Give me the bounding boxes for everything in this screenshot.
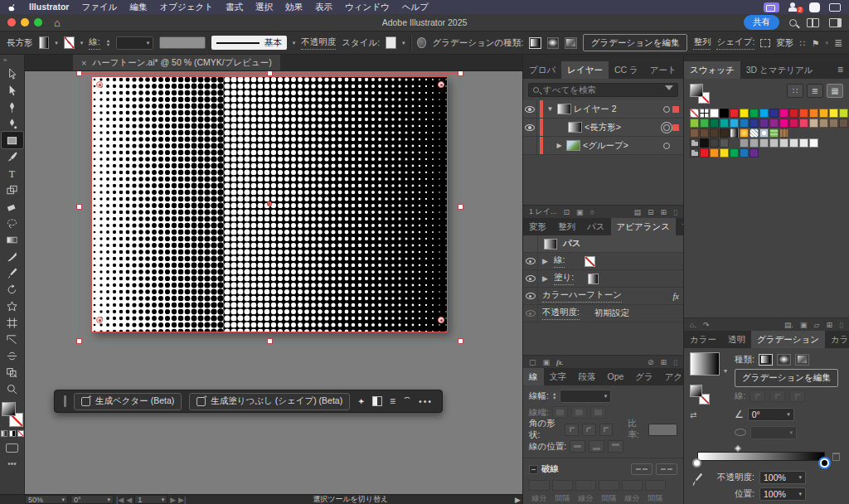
preserve-dash-button[interactable] <box>631 463 653 475</box>
libraries-icon[interactable]: ⌂. <box>690 321 696 329</box>
butt-cap-button[interactable] <box>552 406 568 419</box>
dash-input[interactable] <box>622 480 643 491</box>
stop-location-select[interactable]: 100%▾ <box>759 487 806 501</box>
graphic-style-swatch[interactable] <box>386 36 396 49</box>
swatch[interactable] <box>769 119 779 128</box>
selection-tool[interactable] <box>2 65 23 82</box>
artboard-tool[interactable] <box>2 314 23 331</box>
swatch[interactable] <box>789 119 798 128</box>
aspect-ratio-select[interactable]: ▾ <box>750 426 797 439</box>
round-join-button[interactable] <box>582 424 596 436</box>
tab-変形[interactable]: 変形 <box>523 218 552 235</box>
layers-search-input[interactable]: すべてを検索 <box>528 83 678 97</box>
lasso-tool[interactable] <box>2 215 23 231</box>
anchor-point[interactable] <box>96 81 103 88</box>
preview-globe-icon[interactable] <box>417 37 426 48</box>
minimize-window-button[interactable] <box>21 18 29 27</box>
close-window-button[interactable] <box>7 18 16 27</box>
swatch[interactable] <box>700 119 709 128</box>
locate-object-icon[interactable]: ⊡ <box>563 208 570 216</box>
panel-menu-icon[interactable]: ≡ <box>832 61 849 79</box>
swatch[interactable] <box>740 119 749 128</box>
swatch[interactable] <box>819 109 828 118</box>
swatch[interactable] <box>710 148 719 158</box>
swatch[interactable] <box>759 109 769 118</box>
menu-item-1[interactable]: ファイル <box>81 2 117 13</box>
fill-well[interactable] <box>2 402 16 416</box>
menu-item-8[interactable]: ウィンドウ <box>345 2 390 13</box>
stroke-none-swatch[interactable] <box>585 256 595 267</box>
edit-gradient-button[interactable]: グラデーションを編集 <box>735 369 838 387</box>
swatch[interactable] <box>710 128 719 138</box>
paintbrush-tool[interactable] <box>2 148 23 165</box>
freeform-type-button[interactable] <box>795 354 809 366</box>
options-lines-icon[interactable]: ≡ <box>390 397 395 405</box>
swatch[interactable] <box>799 109 808 118</box>
swatch[interactable] <box>829 119 838 128</box>
swatch[interactable] <box>720 148 729 158</box>
taskbar-drag-handle[interactable] <box>64 395 66 407</box>
layer-name[interactable]: <グループ> <box>583 140 661 152</box>
swatch-pat-lines[interactable] <box>750 128 759 138</box>
angle-select[interactable]: 0°▾ <box>748 408 794 421</box>
swatch-group-folder[interactable] <box>690 138 699 148</box>
new-layer-icon[interactable]: ⊞ <box>661 208 667 216</box>
tab-段落[interactable]: 段落 <box>573 368 602 385</box>
swatch[interactable] <box>730 109 739 118</box>
stroke-across-button[interactable] <box>789 390 805 402</box>
layer-thumbnail[interactable] <box>557 104 571 114</box>
selected-indicator[interactable] <box>672 124 679 131</box>
stroke-color-swatch[interactable] <box>64 36 75 49</box>
gradient-midpoint[interactable] <box>735 445 741 452</box>
style-dropdown-icon[interactable]: ▾ <box>402 40 405 46</box>
swatch[interactable] <box>779 119 788 128</box>
menu-item-7[interactable]: 表示 <box>315 2 332 13</box>
tab-Ope[interactable]: Ope <box>602 368 630 385</box>
list-view-button[interactable]: ≣ <box>807 84 823 98</box>
swatch[interactable] <box>740 109 749 118</box>
menu-item-5[interactable]: 選択 <box>255 2 273 13</box>
swatch[interactable] <box>720 138 729 148</box>
line-app-icon[interactable] <box>809 2 820 12</box>
arc-icon[interactable] <box>403 397 411 405</box>
pen-tool[interactable] <box>2 99 23 115</box>
eyedropper-tool[interactable] <box>2 264 23 281</box>
zoom-level-select[interactable]: 50%▾ <box>25 495 68 504</box>
gradient-fill-stroke-indicator[interactable] <box>690 385 710 405</box>
anchor-point[interactable] <box>438 317 444 323</box>
stroke-weight-label[interactable]: 線: <box>89 36 99 50</box>
slice-tool[interactable] <box>2 331 23 347</box>
dashed-line-checkbox[interactable]: – <box>529 465 538 474</box>
tab-アク[interactable]: アク <box>659 368 683 385</box>
bbox-handle[interactable] <box>267 71 273 76</box>
close-tab-icon[interactable]: × <box>81 58 86 68</box>
rotation-select[interactable]: 0°▾ <box>70 495 114 504</box>
tab-アピアランス[interactable]: アピアランス <box>611 218 676 235</box>
workspace-switcher-icon[interactable] <box>829 18 842 27</box>
stroke-attr-label[interactable]: 線: <box>554 254 565 268</box>
swatch[interactable] <box>750 109 759 118</box>
document-tab[interactable]: × ハーフトーン.ai* @ 50 % (CMYK/プレビュー) <box>73 55 280 70</box>
swatch[interactable] <box>700 138 709 148</box>
gradient-chip[interactable] <box>9 430 16 437</box>
new-stroke-icon[interactable]: ▢ <box>529 358 536 366</box>
ratio-input[interactable] <box>648 424 677 436</box>
layer-thumbnail[interactable] <box>566 140 580 151</box>
new-sublayer-icon[interactable]: ⊟ <box>648 208 654 216</box>
layer-row[interactable]: ▼ レイヤー 2 <box>523 100 683 119</box>
prev-artboard-icon[interactable]: ◀ <box>126 496 132 504</box>
menu-item-9[interactable]: ヘルプ <box>402 2 429 13</box>
expand-icon[interactable]: ▶ <box>542 274 550 283</box>
swatch[interactable] <box>710 109 719 118</box>
swatch-registration[interactable] <box>700 109 709 118</box>
arrange-documents-icon[interactable] <box>807 18 819 27</box>
swatch[interactable] <box>809 109 818 118</box>
stroke-style-dropdown-icon[interactable]: ▾ <box>293 40 296 46</box>
swatch[interactable] <box>700 148 709 158</box>
maximize-window-button[interactable] <box>34 18 42 27</box>
gradient-stop-black[interactable] <box>820 458 829 468</box>
delete-layer-icon[interactable]: ▯ <box>673 208 677 216</box>
bbox-handle[interactable] <box>458 338 463 344</box>
layer-name[interactable]: レイヤー 2 <box>574 104 661 115</box>
projecting-cap-button[interactable] <box>590 406 606 419</box>
